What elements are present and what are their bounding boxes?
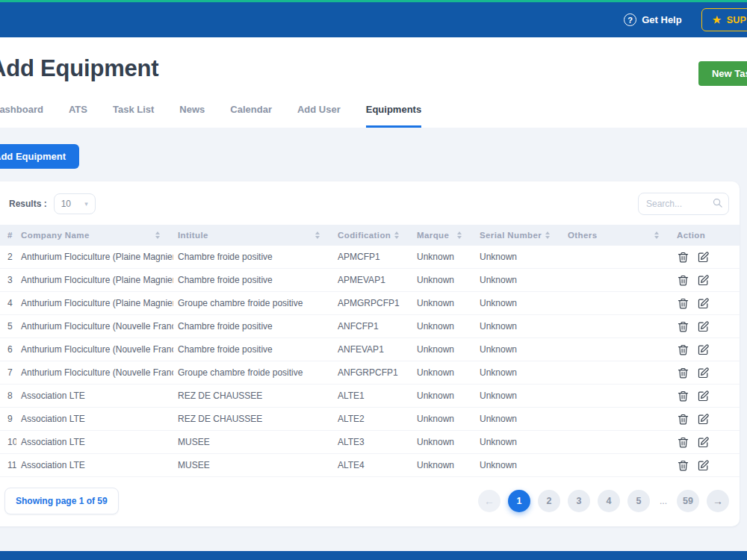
cell-actions — [672, 315, 740, 338]
next-page-arrow-icon[interactable]: → — [707, 490, 729, 512]
column-header-company-name[interactable]: Company Name — [16, 225, 173, 246]
cell-company: Anthurium Flociculture (Plaine Magnien) — [16, 246, 173, 269]
get-help-button[interactable]: ? Get Help — [624, 13, 681, 26]
tab-news[interactable]: News — [179, 104, 205, 128]
edit-icon[interactable] — [697, 320, 710, 333]
content-area: Add Equipment Results : 10 ▾ — [0, 128, 747, 546]
results-per-page-value: 10 — [61, 199, 71, 209]
edit-icon[interactable] — [697, 413, 710, 426]
page-title: Add Equipment — [0, 55, 158, 82]
tab-equipments[interactable]: Equipments — [366, 104, 421, 128]
page-button-59[interactable]: 59 — [677, 490, 699, 512]
page-button-2[interactable]: 2 — [538, 490, 560, 512]
delete-icon[interactable] — [677, 320, 689, 333]
column-header--: # — [0, 225, 16, 246]
cell-codification: APMEVAP1 — [333, 269, 412, 292]
cell-intitule: Groupe chambre froide positive — [173, 361, 333, 385]
cell-serial: Unknown — [475, 431, 563, 454]
tab-task-list[interactable]: Task List — [113, 104, 154, 128]
cell-others — [563, 246, 672, 269]
cell-intitule: REZ DE CHAUSSEE — [173, 385, 333, 408]
column-header-serial-number[interactable]: Serial Number — [475, 225, 563, 246]
sort-arrows-icon[interactable] — [315, 231, 320, 239]
table-header-row: #Company NameIntituleCodificationMarqueS… — [0, 225, 740, 246]
page-button-1[interactable]: 1 — [508, 490, 530, 512]
table-row: 6Anthurium Flociculture (Nouvelle France… — [0, 338, 740, 361]
delete-icon[interactable] — [677, 459, 689, 472]
cell-others — [563, 361, 672, 385]
sort-arrows-icon[interactable] — [654, 231, 659, 239]
cell-codification: ALTE4 — [333, 454, 412, 477]
search-icon[interactable] — [712, 197, 723, 211]
add-equipment-button[interactable]: Add Equipment — [0, 144, 79, 169]
table-row: 4Anthurium Flociculture (Plaine Magnien)… — [0, 292, 740, 315]
cell-serial: Unknown — [475, 361, 563, 385]
sort-arrows-icon[interactable] — [155, 231, 160, 239]
app-window: ? Get Help ★ SUPER ADMIN Add Equipment N… — [0, 0, 747, 560]
cell-marque: Unknown — [412, 338, 475, 361]
page-button-3[interactable]: 3 — [568, 490, 590, 512]
tab-add-user[interactable]: Add User — [297, 104, 341, 128]
delete-icon[interactable] — [677, 297, 689, 310]
sort-arrows-icon[interactable] — [457, 231, 462, 239]
delete-icon[interactable] — [677, 343, 689, 356]
cell-intitule: Chambre froide positive — [173, 269, 333, 292]
column-header-intitule[interactable]: Intitule — [173, 225, 333, 246]
cell-intitule: MUSEE — [173, 431, 333, 454]
tab-calendar[interactable]: Calendar — [230, 104, 272, 128]
super-admin-button[interactable]: ★ SUPER ADMIN — [701, 8, 747, 31]
new-task-button[interactable]: New Task — [698, 61, 747, 86]
sort-arrows-icon[interactable] — [545, 231, 550, 239]
cell-others — [563, 292, 672, 315]
cell-codification: ALTE2 — [333, 408, 412, 431]
page-button-5[interactable]: 5 — [627, 490, 650, 512]
tab-dashboard[interactable]: Dashboard — [0, 104, 43, 128]
delete-icon[interactable] — [677, 367, 689, 379]
edit-icon[interactable] — [697, 390, 710, 402]
tab-ats[interactable]: ATS — [69, 104, 87, 128]
table-row: 10Association LTEMUSEEALTE3UnknownUnknow… — [0, 431, 740, 454]
column-header-codification[interactable]: Codification — [333, 225, 412, 246]
delete-icon[interactable] — [677, 274, 689, 287]
prev-page-arrow-icon[interactable]: ← — [478, 490, 500, 512]
cell-intitule: Groupe chambre froide positive — [173, 292, 333, 315]
column-header-others[interactable]: Others — [563, 225, 672, 246]
delete-icon[interactable] — [677, 413, 689, 426]
column-header-marque[interactable]: Marque — [412, 225, 475, 246]
edit-icon[interactable] — [697, 297, 710, 310]
cell-others — [563, 454, 672, 477]
cell-marque: Unknown — [412, 269, 475, 292]
sort-arrows-icon[interactable] — [394, 231, 399, 239]
cell-others — [563, 431, 672, 454]
cell-company: Association LTE — [16, 431, 173, 454]
cell-serial: Unknown — [475, 246, 563, 269]
cell-codification: APMGRPCFP1 — [333, 292, 412, 315]
get-help-label: Get Help — [642, 14, 681, 25]
cell-others — [563, 338, 672, 361]
results-per-page-select[interactable]: 10 ▾ — [54, 193, 96, 214]
help-icon: ? — [624, 13, 636, 26]
results-label: Results : — [9, 199, 47, 209]
cell-codification: ANFEVAP1 — [333, 338, 412, 361]
table-row: 7Anthurium Flociculture (Nouvelle France… — [0, 361, 740, 385]
delete-icon[interactable] — [677, 390, 689, 402]
page-button-4[interactable]: 4 — [598, 490, 620, 512]
delete-icon[interactable] — [677, 251, 689, 264]
edit-icon[interactable] — [697, 251, 710, 264]
cell-marque: Unknown — [412, 292, 475, 315]
edit-icon[interactable] — [697, 459, 710, 472]
chevron-down-icon: ▾ — [84, 200, 88, 208]
cell-serial: Unknown — [475, 408, 563, 431]
delete-icon[interactable] — [677, 436, 689, 449]
edit-icon[interactable] — [697, 436, 710, 449]
cell-num: 10 — [0, 431, 16, 454]
edit-icon[interactable] — [697, 274, 710, 287]
cell-codification: ALTE3 — [333, 431, 412, 454]
edit-icon[interactable] — [697, 343, 710, 356]
edit-icon[interactable] — [697, 367, 710, 379]
cell-num: 4 — [0, 292, 16, 315]
topbar: ? Get Help ★ SUPER ADMIN — [0, 2, 747, 37]
cell-num: 7 — [0, 361, 16, 385]
cell-marque: Unknown — [412, 408, 475, 431]
showing-page-badge[interactable]: Showing page 1 of 59 — [4, 488, 119, 514]
